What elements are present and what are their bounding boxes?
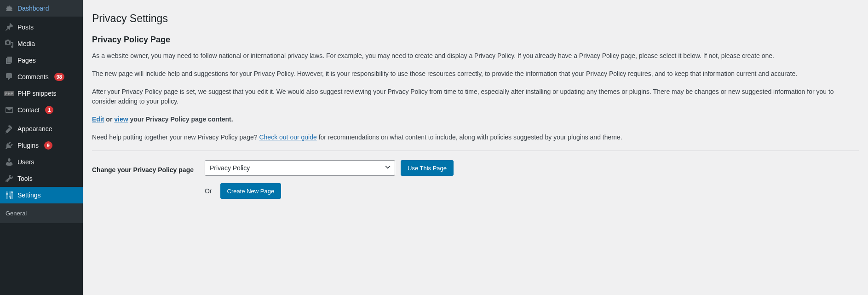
plug-icon	[5, 141, 14, 150]
comment-icon	[5, 72, 14, 81]
section-subtitle: Privacy Policy Page	[92, 35, 859, 45]
sidebar-label: Dashboard	[17, 5, 49, 12]
pin-icon	[5, 23, 14, 32]
dashboard-icon	[5, 4, 14, 13]
media-icon	[5, 39, 14, 48]
sidebar-label: Appearance	[17, 125, 52, 133]
sidebar-label: Tools	[17, 175, 33, 182]
sidebar-item-settings[interactable]: Settings	[0, 187, 83, 203]
main-content: Privacy Settings Privacy Policy Page As …	[83, 0, 868, 295]
settings-submenu: General	[0, 203, 83, 223]
use-this-page-button[interactable]: Use This Page	[401, 160, 454, 176]
comments-badge: 98	[54, 73, 64, 81]
guide-paragraph: Need help putting together your new Priv…	[92, 133, 859, 142]
contact-badge: 1	[45, 106, 53, 114]
sidebar-item-plugins[interactable]: Plugins 9	[0, 137, 83, 154]
plugins-badge: 9	[44, 141, 52, 150]
edit-link[interactable]: Edit	[92, 116, 104, 123]
form-label: Change your Privacy Policy page	[92, 160, 195, 175]
sidebar-label: Contact	[17, 106, 40, 114]
guide-link[interactable]: Check out our guide	[259, 133, 316, 141]
sidebar-item-pages[interactable]: Pages	[0, 52, 83, 69]
sidebar-item-comments[interactable]: Comments 98	[0, 69, 83, 85]
divider	[92, 150, 859, 151]
wrench-icon	[5, 174, 14, 183]
edit-view-suffix: your Privacy Policy page content.	[128, 116, 233, 123]
privacy-page-select[interactable]: Privacy Policy	[205, 160, 395, 176]
sidebar-label: Posts	[17, 23, 34, 31]
brush-icon	[5, 124, 14, 133]
sidebar-item-php-snippets[interactable]: PHP PHP snippets	[0, 85, 83, 102]
edit-view-paragraph: Edit or view your Privacy Policy page co…	[92, 115, 859, 124]
sidebar-item-media[interactable]: Media	[0, 35, 83, 52]
user-icon	[5, 157, 14, 167]
or-label: Or	[205, 187, 212, 195]
create-row: Or Create New Page	[205, 183, 859, 199]
guide-suffix: for recommendations on what content to i…	[317, 133, 622, 141]
intro-paragraph-3: After your Privacy Policy page is set, w…	[92, 87, 859, 106]
sidebar-item-contact[interactable]: Contact 1	[0, 102, 83, 118]
select-value: Privacy Policy	[205, 160, 395, 176]
mail-icon	[5, 105, 14, 115]
sidebar-label: Users	[17, 158, 34, 166]
guide-prefix: Need help putting together your new Priv…	[92, 133, 259, 141]
form-field: Privacy Policy Use This Page Or Create N…	[205, 160, 859, 206]
sidebar-label: Settings	[17, 191, 41, 199]
page-title: Privacy Settings	[92, 8, 859, 27]
admin-sidebar: Dashboard Posts Media Pages Comments 98 …	[0, 0, 83, 295]
sidebar-label: Media	[17, 40, 35, 47]
view-link[interactable]: view	[114, 116, 128, 123]
sidebar-item-users[interactable]: Users	[0, 154, 83, 170]
submenu-item-general[interactable]: General	[0, 207, 83, 220]
intro-paragraph-2: The new page will include help and sugge…	[92, 69, 859, 79]
sidebar-label: Plugins	[17, 142, 39, 149]
select-row: Privacy Policy Use This Page	[205, 160, 859, 176]
sidebar-label: Comments	[17, 73, 49, 81]
form-row: Change your Privacy Policy page Privacy …	[92, 160, 859, 206]
sidebar-item-appearance[interactable]: Appearance	[0, 121, 83, 137]
or-text: or	[104, 116, 114, 123]
php-icon: PHP	[5, 89, 14, 98]
sidebar-item-posts[interactable]: Posts	[0, 19, 83, 35]
sidebar-label: Pages	[17, 57, 36, 64]
intro-paragraph-1: As a website owner, you may need to foll…	[92, 51, 859, 61]
create-new-page-button[interactable]: Create New Page	[220, 183, 282, 199]
sidebar-label: PHP snippets	[17, 90, 57, 97]
sidebar-item-dashboard[interactable]: Dashboard	[0, 0, 83, 17]
sliders-icon	[5, 191, 14, 200]
pages-icon	[5, 56, 14, 65]
sidebar-item-tools[interactable]: Tools	[0, 170, 83, 187]
